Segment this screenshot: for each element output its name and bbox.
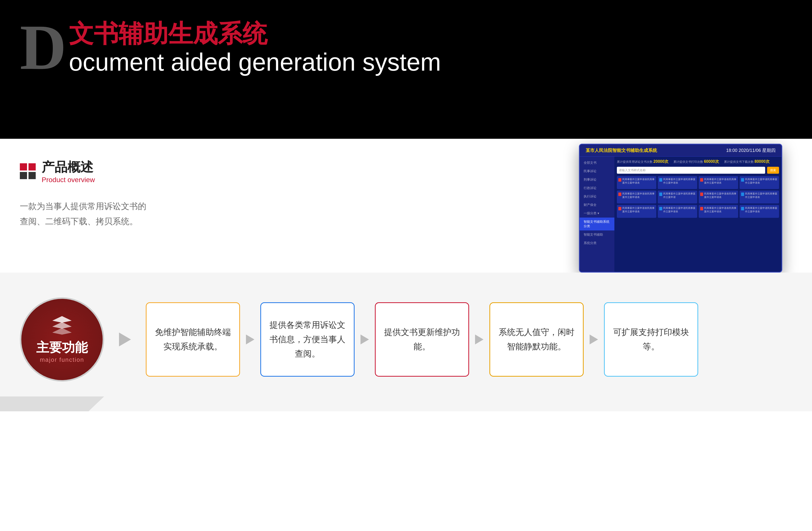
mockup-card-6[interactable]: 民商事案件立案申请民商事案件立案申请 [658,191,697,203]
mockup-cards-grid: 民商事案件立案申请表民商事案件立案申请表 民商事案件立案申请民商事案件立案申请表… [617,176,779,218]
stat2: 累计提供文书打印次数 60000次 [673,159,719,164]
arrow-between-2-3 [361,335,369,344]
sidebar-item-civil[interactable]: 民事诉讼 [580,167,614,175]
layers-icon [52,316,72,335]
title-text-block: 文书辅助生成系统 ocument aided generation system [69,15,441,77]
mockup-card-3[interactable]: 民商事案件立案申请表民商事案件立案申请表 [699,176,738,189]
left-panel: 产品概述 Product overview 一款为当事人提供常用诉讼文书的查阅、… [20,159,149,272]
mockup-card-4[interactable]: 民商事案件立案申请民商事案件立案申请表 [740,176,779,189]
svg-marker-2 [53,328,71,335]
title-chinese: 文书辅助生成系统 [69,20,441,47]
mockup-card-9[interactable]: 民商事案件立案申请表民商事案件立案申请表 [617,205,656,218]
sidebar-item-prop[interactable]: 财产保全 [580,201,614,209]
mockup-search-button[interactable]: 搜索 [767,167,779,174]
mockup-body: 全部文书 民事诉讼 刑事诉讼 行政诉讼 执行诉讼 财产保全 一级分类 ▾ 智能文… [580,157,782,272]
sidebar-item-admin[interactable]: 行政诉讼 [580,184,614,192]
title-english: ocument aided generation system [69,47,441,77]
main-arrow-icon [119,333,131,346]
mockup-card-12[interactable]: 民商事案件立案申请民商事案件立案申请表 [740,205,779,218]
big-d-letter: D [20,15,67,79]
sidebar-item-exec[interactable]: 执行诉讼 [580,192,614,201]
mockup-sidebar: 全部文书 民事诉讼 刑事诉讼 行政诉讼 执行诉讼 财产保全 一级分类 ▾ 智能文… [580,157,614,272]
middle-section: 产品概述 Product overview 一款为当事人提供常用诉讼文书的查阅、… [0,139,812,272]
grid-icon [20,163,36,179]
circle-title-en: major function [40,356,84,363]
mockup-card-5[interactable]: 民商事案件立案申请表民商事案件立案申请表 [617,191,656,203]
sidebar-item-syscat[interactable]: 系统分类 [580,239,614,247]
stat3: 累计提供文书下载次数 80000次 [724,159,770,164]
feature-card-5: 可扩展支持打印模块等。 [604,302,698,377]
right-panel: 某市人民法院智能文书辅助生成系统 18:00 2020/11/06 星期四 全部… [169,144,792,272]
sidebar-item-criminal[interactable]: 刑事诉讼 [580,175,614,184]
arrow-between-3-4 [475,335,483,344]
arrow-between-1-2 [246,335,255,344]
feature-card-2: 提供各类常用诉讼文书信息，方便当事人查阅。 [260,302,354,377]
main-function-circle: 主要功能 major function [20,297,104,382]
mockup-main: 累计提供常用诉讼文书次数 20000次 累计提供文书打印次数 60000次 累计… [614,157,782,272]
circle-title-zh: 主要功能 [36,339,88,356]
feature-card-3: 提供文书更新维护功能。 [375,302,469,377]
title-area: D 文书辅助生成系统 ocument aided generation syst… [20,15,792,79]
overview-title-en: Product overview [42,176,95,184]
sidebar-item-all[interactable]: 全部文书 [580,159,614,167]
bottom-section: 主要功能 major function 免维护智能辅助终端实现系统承载。 提供各… [0,272,812,411]
mockup-card-7[interactable]: 民商事案件立案申请表民商事案件立案申请表 [699,191,738,203]
overview-desc: 一款为当事人提供常用诉讼文书的查阅、二维码下载、拷贝系统。 [20,199,149,229]
stat1: 累计提供常用诉讼文书次数 20000次 [617,159,668,164]
overview-title-block: 产品概述 Product overview [42,159,95,184]
mockup-card-1[interactable]: 民商事案件立案申请表民商事案件立案申请表 [617,176,656,189]
sidebar-item-cat1[interactable]: 一级分类 ▾ [580,209,614,218]
arrow-between-4-5 [590,335,598,344]
mockup-card-2[interactable]: 民商事案件立案申请民商事案件立案申请表 [658,176,697,189]
mockup-screen: 某市人民法院智能文书辅助生成系统 18:00 2020/11/06 星期四 全部… [579,144,782,272]
mockup-time: 18:00 2020/11/06 星期四 [726,147,775,153]
overview-title-zh: 产品概述 [42,159,95,176]
sidebar-item-smart2[interactable]: 智能文书辅助 [580,231,614,239]
product-overview-header: 产品概述 Product overview [20,159,149,184]
mockup-card-8[interactable]: 民商事案件立案申请民商事案件立案申请表 [740,191,779,203]
mockup-stats: 累计提供常用诉讼文书次数 20000次 累计提供文书打印次数 60000次 累计… [617,159,779,164]
mockup-card-10[interactable]: 民商事案件立案申请民商事案件立案申请表 [658,205,697,218]
feature-card-4: 系统无人值守，闲时智能静默功能。 [490,302,584,377]
top-section: D 文书辅助生成系统 ocument aided generation syst… [0,0,812,139]
feature-cards-area: 免维护智能辅助终端实现系统承载。 提供各类常用诉讼文书信息，方便当事人查阅。 提… [146,302,792,377]
mockup-card-11[interactable]: 民商事案件立案申请表民商事案件立案申请表 [699,205,738,218]
mockup-header: 某市人民法院智能文书辅助生成系统 18:00 2020/11/06 星期四 [580,145,782,157]
mockup-search: 请输入文书样式名称 搜索 [617,167,779,174]
sidebar-item-smart[interactable]: 智能文书辅助系统分类 [580,218,614,231]
feature-card-1: 免维护智能辅助终端实现系统承载。 [146,302,240,377]
mockup-search-input[interactable]: 请输入文书样式名称 [617,167,765,174]
mockup-system-title: 某市人民法院智能文书辅助生成系统 [586,147,657,153]
deco-shape [0,396,104,411]
